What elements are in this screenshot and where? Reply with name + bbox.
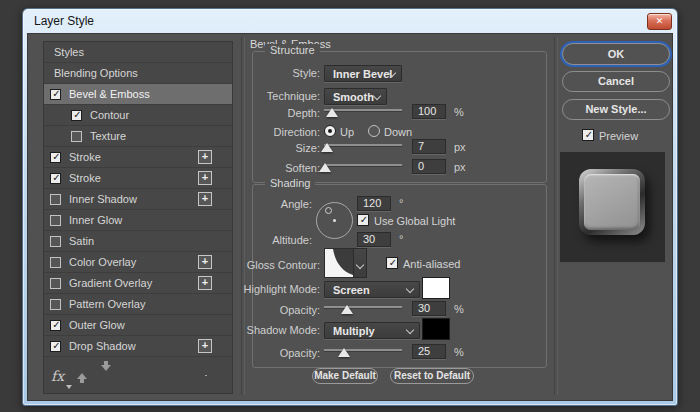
checkbox[interactable]: [50, 236, 61, 247]
style-select[interactable]: Inner Bevel: [324, 65, 402, 82]
checkbox[interactable]: [50, 152, 61, 163]
slider-thumb[interactable]: [341, 305, 353, 314]
add-effect-button[interactable]: +: [198, 192, 212, 206]
gloss-contour-dropdown[interactable]: [354, 248, 367, 278]
sidebar-item-label: Stroke: [69, 151, 101, 163]
reset-to-default-button[interactable]: Reset to Default: [390, 368, 474, 384]
separator: [554, 37, 558, 395]
add-effect-button[interactable]: +: [198, 339, 212, 353]
depth-slider[interactable]: [324, 105, 402, 118]
sidebar-item-texture[interactable]: Texture: [44, 126, 232, 147]
soften-unit: px: [454, 161, 466, 173]
highlight-color-swatch[interactable]: [422, 277, 450, 299]
make-default-button[interactable]: Make Default: [312, 368, 378, 384]
sidebar-item-inner-glow[interactable]: Inner Glow: [44, 210, 232, 231]
sidebar-item-label: Gradient Overlay: [69, 277, 152, 289]
shadow-opacity-unit: %: [454, 346, 464, 358]
checkbox[interactable]: [50, 278, 61, 289]
technique-select[interactable]: Smooth: [324, 88, 387, 105]
altitude-unit: °: [399, 233, 403, 245]
shadow-mode-select[interactable]: Multiply: [324, 322, 420, 339]
slider-thumb[interactable]: [319, 163, 331, 172]
checkbox[interactable]: [71, 110, 82, 121]
sidebar-item-gradient-overlay[interactable]: Gradient Overlay +: [44, 273, 232, 294]
checkbox[interactable]: [71, 131, 82, 142]
checkbox[interactable]: [50, 257, 61, 268]
size-input[interactable]: 7: [412, 139, 446, 154]
sidebar-item-blending-options[interactable]: Blending Options: [44, 63, 232, 84]
preview-checkbox[interactable]: [582, 129, 594, 141]
slider-track[interactable]: [324, 349, 402, 351]
direction-up-radio[interactable]: [324, 125, 336, 137]
checkbox[interactable]: [50, 341, 61, 352]
checkbox[interactable]: [50, 194, 61, 205]
highlight-opacity-input[interactable]: 30: [412, 301, 446, 316]
dial-angle-marker[interactable]: [325, 207, 332, 214]
sidebar-item-drop-shadow[interactable]: Drop Shadow +: [44, 336, 232, 357]
style-value: Inner Bevel: [333, 68, 392, 80]
shadow-opacity-input[interactable]: 25: [412, 344, 446, 359]
layer-style-dialog: Layer Style ✕ Styles Blending Options Be…: [22, 8, 678, 406]
shadow-mode-value: Multiply: [333, 325, 375, 337]
depth-unit: %: [454, 106, 464, 118]
slider-track[interactable]: [324, 306, 402, 308]
sidebar-item-label: Stroke: [69, 172, 101, 184]
sidebar-item-color-overlay[interactable]: Color Overlay +: [44, 252, 232, 273]
slider-track[interactable]: [324, 164, 402, 166]
sidebar-item-contour[interactable]: Contour: [44, 105, 232, 126]
direction-down-radio[interactable]: [368, 125, 380, 137]
preview-label: Preview: [599, 130, 638, 142]
checkbox[interactable]: [50, 320, 61, 331]
sidebar-item-stroke-2[interactable]: Stroke +: [44, 168, 232, 189]
technique-value: Smooth: [333, 91, 374, 103]
slider-thumb[interactable]: [338, 348, 350, 357]
checkbox[interactable]: [50, 89, 61, 100]
altitude-input[interactable]: 30: [357, 232, 391, 247]
cancel-button[interactable]: Cancel: [562, 71, 670, 92]
highlight-mode-select[interactable]: Screen: [324, 281, 420, 298]
anti-aliased-checkbox[interactable]: [386, 257, 398, 269]
sidebar-item-outer-glow[interactable]: Outer Glow: [44, 315, 232, 336]
sidebar-item-pattern-overlay[interactable]: Pattern Overlay: [44, 294, 232, 315]
sidebar-item-stroke-1[interactable]: Stroke +: [44, 147, 232, 168]
checkbox[interactable]: [50, 215, 61, 226]
add-effect-button[interactable]: +: [198, 276, 212, 290]
use-global-light-checkbox[interactable]: [357, 214, 369, 226]
fx-menu-button[interactable]: fx: [51, 368, 64, 384]
sidebar-item-satin[interactable]: Satin: [44, 231, 232, 252]
ok-button[interactable]: OK: [562, 43, 670, 65]
shadow-color-swatch[interactable]: [422, 318, 450, 340]
gloss-contour-picker[interactable]: [324, 248, 354, 278]
preview-bevel-surface: [584, 174, 640, 230]
soften-input[interactable]: 0: [412, 159, 446, 174]
angle-dial[interactable]: [316, 202, 353, 239]
slider-track[interactable]: [324, 144, 402, 146]
add-effect-button[interactable]: +: [198, 171, 212, 185]
checkbox[interactable]: [50, 299, 61, 310]
sidebar-item-label: Bevel & Emboss: [69, 88, 150, 100]
angle-input[interactable]: 120: [357, 196, 391, 211]
sidebar-item-label: Pattern Overlay: [69, 298, 145, 310]
new-style-button[interactable]: New Style...: [562, 99, 670, 120]
close-icon: ✕: [656, 16, 664, 26]
size-slider[interactable]: [324, 140, 402, 153]
highlight-mode-value: Screen: [333, 284, 370, 296]
sidebar-item-bevel-emboss[interactable]: Bevel & Emboss: [44, 84, 232, 105]
sidebar-item-inner-shadow[interactable]: Inner Shadow +: [44, 189, 232, 210]
sidebar-item-label: Drop Shadow: [69, 340, 136, 352]
depth-input[interactable]: 100: [412, 104, 446, 119]
close-button[interactable]: ✕: [647, 13, 672, 30]
soften-slider[interactable]: [324, 160, 402, 173]
size-unit: px: [454, 141, 466, 153]
checkbox[interactable]: [50, 173, 61, 184]
add-effect-button[interactable]: +: [198, 150, 212, 164]
sidebar-item-styles[interactable]: Styles: [44, 42, 232, 63]
add-effect-button[interactable]: +: [198, 255, 212, 269]
soften-label: Soften:: [232, 162, 320, 174]
slider-thumb[interactable]: [326, 108, 338, 117]
slider-thumb[interactable]: [321, 143, 333, 152]
depth-label: Depth:: [232, 107, 320, 119]
highlight-opacity-slider[interactable]: [324, 302, 402, 315]
shadow-opacity-slider[interactable]: [324, 345, 402, 358]
highlight-opacity-label: Opacity:: [232, 304, 320, 316]
